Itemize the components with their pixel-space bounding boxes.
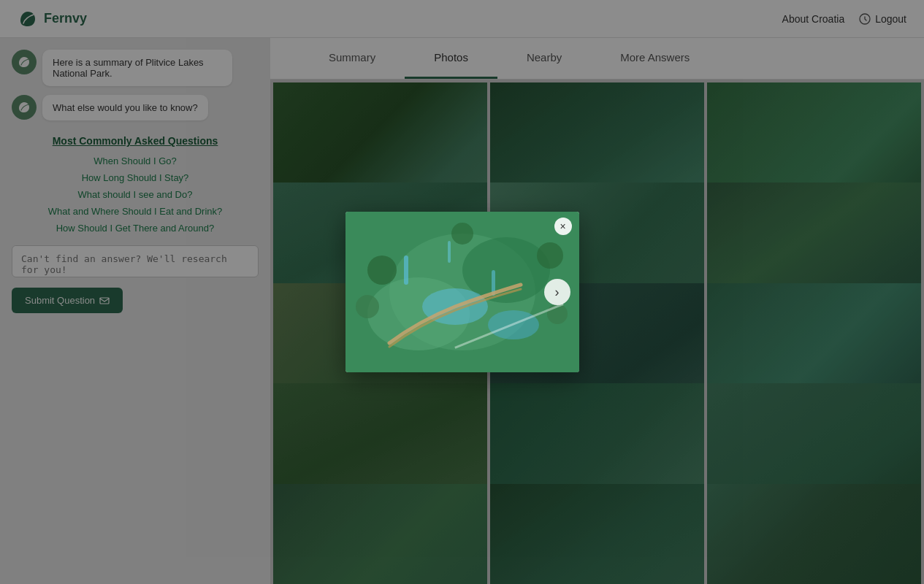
lightbox-close-button[interactable]: ×	[554, 218, 572, 235]
lightbox: ×	[345, 212, 579, 372]
lightbox-next-button[interactable]: ›	[544, 279, 570, 305]
svg-point-13	[356, 295, 379, 318]
svg-point-11	[367, 256, 397, 285]
svg-point-12	[537, 242, 563, 269]
svg-rect-6	[404, 256, 408, 285]
svg-rect-8	[448, 241, 451, 263]
next-icon: ›	[555, 285, 560, 300]
lightbox-overlay[interactable]: ×	[0, 0, 924, 584]
svg-point-14	[547, 304, 568, 324]
svg-point-10	[488, 310, 539, 339]
close-icon: ×	[560, 220, 565, 232]
svg-point-15	[451, 223, 473, 245]
